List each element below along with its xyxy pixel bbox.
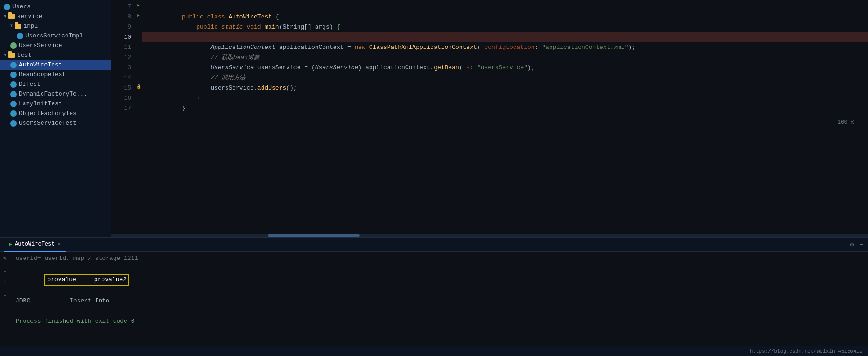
code-line-7: public class AutoWireTest { (142, 2, 868, 12)
tab-autowiretest[interactable]: ▶ AutoWireTest × (4, 238, 66, 252)
gear-button[interactable]: ⚙ (849, 240, 855, 249)
sidebar-item-label: UsersServiceImpl (25, 32, 83, 39)
line-num-8: 8 (114, 12, 131, 22)
editor-area: 7 8 9 10 11 12 13 14 15 16 17 ▶ ▶ (111, 0, 868, 237)
circle-blue-icon (4, 4, 10, 10)
folder-icon (8, 53, 15, 58)
sidebar-item-label: UsersServiceTest (19, 120, 77, 127)
sidebar-item-label: service (17, 13, 42, 20)
code-line-17 (142, 103, 868, 114)
sidebar-item-label: DITest (19, 81, 41, 88)
scrollbar-thumb[interactable] (268, 234, 360, 237)
folder-icon (8, 14, 15, 19)
line-num-13: 13 (114, 63, 131, 73)
gutter-play-7[interactable]: ▶ (135, 0, 142, 10)
sidebar-item-impl[interactable]: ▼ impl (0, 21, 111, 31)
line-num-17: 17 (114, 103, 131, 114)
sidebar-item-objectfactorytest[interactable]: ObjectFactoryTest (0, 109, 111, 118)
line-num-11: 11 (114, 42, 131, 53)
line-num-16: 16 (114, 93, 131, 103)
play-icon: ▶ (137, 13, 139, 18)
console-line-3: JDBC ......... Insert Into........... (16, 296, 862, 306)
sidebar-item-autowiretest[interactable]: AutoWireTest (0, 60, 111, 70)
gutter: ▶ ▶ 🔒 (135, 0, 142, 234)
circle-green-icon (10, 42, 17, 49)
sidebar-item-test[interactable]: ▼ test (0, 50, 111, 60)
sidebar-item-label: AutoWireTest (19, 61, 62, 68)
code-line-13: // 调用方法 (142, 63, 868, 73)
circle-blue-icon (17, 33, 23, 39)
circle-blue-icon (10, 72, 17, 78)
lock-icon: 🔒 (136, 84, 141, 89)
gutter-16 (135, 91, 142, 102)
edit-icon[interactable]: ✎ (0, 253, 10, 263)
tab-icon: ▶ (9, 241, 12, 247)
sidebar-item-label: Users (12, 3, 30, 10)
sidebar-item-label: ObjectFactoryTest (19, 110, 80, 117)
sidebar: Users ▼ service ▼ impl UsersServiceImpl … (0, 0, 111, 237)
line-num-10: 10 (114, 32, 131, 42)
line-num-12: 12 (114, 53, 131, 63)
sidebar-item-usersserviceimpl[interactable]: UsersServiceImpl (0, 31, 111, 41)
gutter-9 (135, 20, 142, 30)
status-bar: https://blog.csdn.net/weixin_45150412 (0, 346, 868, 356)
sidebar-item-label: UsersService (19, 42, 62, 49)
line-num-15: 15 (114, 83, 131, 93)
arrow-down-icon: ▼ (4, 14, 6, 19)
zoom-indicator: 100 % (838, 119, 854, 126)
code-line-16: } (142, 93, 868, 103)
circle-blue-icon (10, 110, 17, 117)
circle-blue-icon (10, 120, 17, 127)
code-line-14: usersService.addUsers(); (142, 73, 868, 83)
gutter-12 (135, 51, 142, 61)
console-line-2: provalue1 provalue2 (16, 264, 862, 296)
arrow-down-icon: ▼ (10, 24, 13, 29)
code-container: 7 8 9 10 11 12 13 14 15 16 17 ▶ ▶ (111, 0, 868, 234)
sidebar-item-beanscopetest[interactable]: BeanScopeTest (0, 70, 111, 79)
main-area: Users ▼ service ▼ impl UsersServiceImpl … (0, 0, 868, 237)
line-num-9: 9 (114, 22, 131, 32)
sidebar-item-label: BeanScopeTest (19, 71, 66, 78)
gutter-14 (135, 71, 142, 81)
gutter-17 (135, 102, 142, 112)
console-area: ✎ ↓ ↑ ↓ userId= userId, map / storage 12… (0, 252, 868, 346)
sidebar-item-label: LazyInitTest (19, 100, 62, 107)
status-url: https://blog.csdn.net/weixin_45150412 (750, 349, 862, 354)
arrow-down-icon: ▼ (4, 53, 6, 58)
tab-label: AutoWireTest (15, 241, 54, 247)
circle-blue-icon (10, 81, 17, 88)
code-line-12: UsersService usersService = (UsersServic… (142, 53, 868, 63)
sidebar-item-usersservice[interactable]: UsersService (0, 41, 111, 50)
sidebar-item-users[interactable]: Users (0, 2, 111, 12)
line-num-7: 7 (114, 2, 131, 12)
gutter-10 (135, 30, 142, 41)
code-content[interactable]: public class AutoWireTest { public stati… (142, 0, 868, 234)
sidebar-item-ditest[interactable]: DITest (0, 79, 111, 89)
gutter-play-8[interactable]: ▶ (135, 10, 142, 20)
up-arrow-icon[interactable]: ↑ (0, 278, 10, 287)
sidebar-item-lazyinittest[interactable]: LazyInitTest (0, 99, 111, 109)
circle-blue-icon (10, 101, 17, 107)
code-line-10: ApplicationContext applicationContext = … (142, 32, 868, 42)
gutter-11 (135, 41, 142, 51)
sidebar-item-dynamicfactorytest[interactable]: DynamicFactoryTe... (0, 89, 111, 99)
console-line-5: Process finished with exit code 0 (16, 316, 862, 326)
code-line-15: } (142, 83, 868, 93)
sidebar-item-usersservicetest[interactable]: UsersServiceTest (0, 118, 111, 128)
line-numbers: 7 8 9 10 11 12 13 14 15 16 17 (111, 0, 135, 234)
down-arrow-2-icon[interactable]: ↓ (0, 290, 10, 299)
console-line-4 (16, 306, 862, 316)
tab-close-button[interactable]: × (57, 241, 60, 247)
play-icon: ▶ (137, 3, 139, 8)
circle-blue-icon (10, 62, 17, 68)
horizontal-scrollbar[interactable] (111, 234, 868, 237)
sidebar-item-label: impl (24, 23, 38, 30)
console-highlight-box: provalue1 provalue2 (44, 274, 129, 286)
sidebar-item-service[interactable]: ▼ service (0, 12, 111, 21)
console-output: userId= userId, map / storage 1211 prova… (10, 252, 868, 346)
down-arrow-icon[interactable]: ↓ (0, 265, 10, 275)
folder-icon (15, 24, 21, 29)
sidebar-item-label: DynamicFactoryTe... (19, 91, 87, 97)
line-num-14: 14 (114, 73, 131, 83)
minimize-button[interactable]: − (859, 240, 864, 249)
